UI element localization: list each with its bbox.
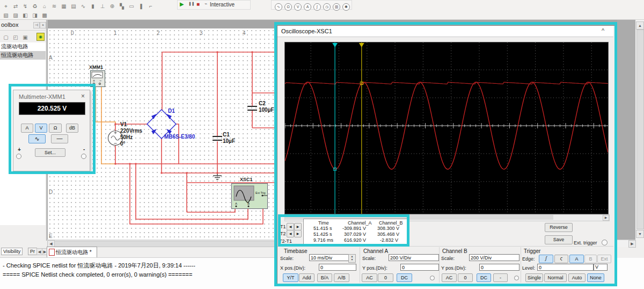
toolbar-icon-9[interactable]: ▮ — [89, 3, 97, 10]
instrument-icon-5[interactable]: ◷ — [323, 3, 331, 11]
instrument-icon-1[interactable]: Ω — [284, 3, 292, 11]
toolbox-leaf-icon[interactable]: ◉ — [36, 33, 45, 41]
timebase-ab-button[interactable]: A/B — [334, 273, 349, 282]
toolbar-icon-10[interactable]: ⊥ — [98, 3, 107, 10]
toolbar-icon-6[interactable]: ▦ — [60, 3, 68, 10]
timebase-xpos-input[interactable] — [319, 264, 356, 271]
toolbar-icon-0[interactable]: ⌖ — [2, 3, 10, 10]
timebase-ba-button[interactable]: B/A — [317, 273, 332, 282]
t1-right-button[interactable]: ▶ — [294, 223, 302, 230]
channel-a-ypos-input[interactable] — [400, 264, 439, 271]
hscroll-right-arrow[interactable]: ▶ — [628, 240, 636, 248]
trigger-source-a-button[interactable]: A — [569, 255, 584, 263]
channel-b-scale-input[interactable] — [469, 254, 519, 261]
toolbox-close-button[interactable]: × — [40, 22, 46, 28]
mode-button-current[interactable]: A — [21, 124, 33, 133]
toolbar-icon-13[interactable]: ▭ — [127, 3, 136, 10]
toolbar-graph-icon-1[interactable]: ▨ — [11, 12, 20, 19]
toolbar-graph-icon-2[interactable]: ◧ — [21, 12, 30, 19]
toolbox-header-icon-1[interactable]: ◰ — [11, 34, 20, 41]
document-tab[interactable]: 恒流驱动电路 * — [47, 247, 97, 257]
ext-trigger-terminal[interactable] — [602, 240, 608, 245]
tree-item-circuit-selected[interactable]: 恒流驱动电路 — [0, 51, 46, 60]
instrument-icon-0[interactable]: ∿ — [275, 3, 282, 11]
channel-b-minus-button[interactable]: - — [493, 273, 508, 282]
vscroll-up-arrow[interactable]: ▲ — [636, 21, 644, 30]
toolbar-graph-icon-4[interactable]: ▩ — [40, 12, 49, 19]
channel-b-zero-button[interactable]: 0 — [458, 273, 473, 282]
trigger-source-ext-button[interactable]: Ext — [597, 255, 611, 263]
toolbar-icon-14[interactable]: ❚ — [137, 3, 145, 10]
toolbar-icon-4[interactable]: ⌂ — [40, 3, 49, 10]
channel-b-dc-button[interactable]: DC — [477, 273, 491, 282]
save-button[interactable]: Save — [545, 235, 573, 244]
t2-right-button[interactable]: ▶ — [294, 230, 302, 237]
reverse-button[interactable]: Reverse — [545, 223, 573, 232]
run-button[interactable]: ▶ — [180, 1, 184, 7]
channel-a-ac-button[interactable]: AC — [362, 273, 377, 282]
trigger-source-b-button[interactable]: B — [584, 255, 597, 263]
toolbox-header-icon-0[interactable]: ▢ — [2, 34, 10, 41]
timebase-yt-button[interactable]: Y/T — [283, 273, 298, 282]
canvas-vscrollbar[interactable]: ▲ ▼ — [635, 20, 644, 240]
timebase-scale-spinner[interactable]: ▲▼ — [348, 254, 356, 263]
oscilloscope-xsc1-icon[interactable]: Ext Trig AB — [231, 183, 268, 209]
toolbox-pin-button[interactable]: ⊣ — [33, 22, 40, 28]
channel-a-scale-input[interactable] — [389, 254, 439, 261]
multimeter-xmm1-icon[interactable]: +− — [90, 70, 105, 87]
minus-terminal[interactable] — [81, 154, 86, 159]
toolbar-icon-5[interactable]: ≋ — [50, 3, 58, 10]
coupling-dc-button[interactable]: — — [51, 134, 68, 143]
toolbar-graph-icon-3[interactable]: ◨ — [31, 12, 39, 19]
t1-left-button[interactable]: ◀ — [287, 223, 294, 230]
trigger-rising-edge-button[interactable]: ʃ — [539, 255, 553, 263]
scope-scroll-right-icon[interactable]: ▶ — [603, 215, 609, 221]
vscroll-thumb[interactable] — [636, 30, 644, 229]
toolbar-icon-7[interactable]: ▤ — [69, 3, 78, 10]
toolbar-graph-icon-0[interactable]: ▧ — [2, 12, 10, 19]
pause-button[interactable]: ❚❚ — [188, 2, 195, 6]
tree-item-circuit-parent[interactable]: 流驱动电路 — [0, 42, 46, 51]
multimeter-window[interactable]: Multimeter-XMM1 × 220.525 V A V Ω dB ∿ —… — [13, 90, 90, 171]
instrument-icon-4[interactable]: ∫ — [313, 3, 321, 11]
multimeter-close-icon[interactable]: × — [81, 92, 85, 100]
channel-a-zero-button[interactable]: 0 — [378, 273, 393, 282]
stop-button[interactable]: ■ — [196, 1, 200, 7]
set-button[interactable]: Set... — [35, 148, 65, 157]
mode-button-voltage[interactable]: V — [35, 124, 47, 133]
channel-b-ac-button[interactable]: AC — [442, 273, 457, 282]
trigger-auto-button[interactable]: Auto — [568, 273, 586, 282]
oscilloscope-titlebar[interactable]: Oscilloscope-XSC1 ^ — [277, 26, 613, 37]
tab-visibility[interactable]: Visibility — [1, 248, 23, 255]
toolbar-icon-11[interactable]: ⊕ — [108, 3, 116, 10]
instrument-icon-2[interactable]: V — [294, 3, 302, 11]
collapse-icon[interactable]: ^ — [602, 27, 604, 34]
tab-project[interactable]: Pr — [28, 248, 37, 255]
channel-a-input-terminal[interactable] — [430, 276, 435, 280]
trigger-level-input[interactable] — [537, 264, 594, 271]
mode-button-decibel[interactable]: dB — [66, 124, 78, 133]
trigger-falling-edge-button[interactable]: ς — [554, 255, 568, 263]
trigger-normal-button[interactable]: Normal — [544, 273, 567, 282]
toolbar-icon-2[interactable]: ↯ — [21, 3, 30, 10]
coupling-ac-button[interactable]: ∿ — [28, 134, 46, 143]
trigger-single-button[interactable]: Single — [525, 273, 543, 282]
toolbar-icon-15[interactable]: ⌐ — [147, 3, 155, 10]
channel-b-ypos-input[interactable] — [479, 264, 519, 271]
timebase-scale-input[interactable] — [309, 254, 349, 261]
vscroll-down-arrow[interactable]: ▼ — [636, 230, 644, 238]
trigger-none-button[interactable]: None — [587, 273, 604, 282]
toolbox-header-icon-2[interactable]: ▣ — [21, 34, 30, 41]
timebase-add-button[interactable]: Add — [299, 273, 314, 282]
toolbar-icon-1[interactable]: ⇄ — [11, 3, 20, 10]
plus-terminal[interactable] — [16, 154, 21, 159]
interactive-dropdown[interactable]: Interactive — [210, 2, 235, 8]
t2-left-button[interactable]: ◀ — [287, 230, 294, 237]
scope-screen[interactable] — [284, 42, 609, 214]
instrument-icon-6[interactable]: ▥ — [333, 3, 340, 11]
channel-b-input-terminal[interactable] — [514, 276, 519, 280]
toolbar-icon-8[interactable]: ∿ — [79, 3, 87, 10]
channel-a-dc-button[interactable]: DC — [397, 273, 412, 282]
oscilloscope-window[interactable]: Oscilloscope-XSC1 ^ ▶ T1 ◀ ▶ T2 ◀ ▶ T2-T… — [277, 25, 615, 286]
toolbar-icon-12[interactable]: ▚ — [118, 3, 126, 10]
